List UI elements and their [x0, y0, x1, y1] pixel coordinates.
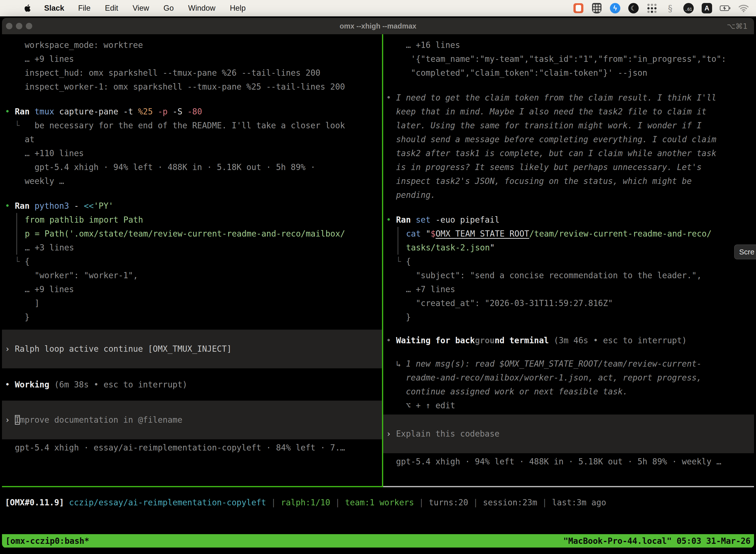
text-segment: later. Using the same for transition mig… — [386, 121, 702, 130]
terminal-pane-right[interactable]: … +16 lines '{"team_name":"my-team","tas… — [383, 34, 754, 486]
text-segment: └ — [386, 257, 406, 266]
text-segment: • — [5, 380, 15, 389]
text-segment: { — [24, 257, 29, 266]
terminal-line: gpt-5.4 xhigh · 94% left · 488K in · 5.1… — [5, 160, 382, 174]
menu-item-help[interactable]: Help — [230, 4, 246, 13]
terminal-line: "worker": "worker-1", — [5, 269, 382, 282]
text-segment: Ran — [15, 107, 35, 116]
text-segment: /team/review-current-readme-and-reco/ — [529, 229, 712, 238]
text-segment: gpt-5.4 xhigh · 94% left · 488K in · 5.1… — [5, 162, 315, 172]
text-segment: Working — [15, 380, 54, 389]
text-segment: gpt-5.4 xhigh · 94% left · 488K in · 5.1… — [386, 457, 721, 466]
text-segment: team:1 workers — [345, 498, 414, 507]
terminal-line: … +7 lines — [386, 282, 754, 296]
grid-shield-icon[interactable] — [591, 3, 602, 14]
text-segment: • — [386, 93, 396, 103]
terminal-line: tasks/task-2.json" — [397, 241, 754, 255]
text-segment: be necessary for the end of the README. … — [20, 121, 345, 130]
tmux-status-bar: [omx-cczip0:bash* "MacBook-Pro-44.local"… — [2, 534, 754, 548]
text-segment: python3 — [35, 201, 74, 211]
text-segment: nd terminal — [495, 336, 554, 345]
text-segment: -80 — [187, 107, 202, 116]
usage-status-left: gpt-5.4 xhigh · essay/ai-reimplementatio… — [5, 441, 382, 455]
text-segment: ralph:1/10 — [281, 498, 330, 507]
text-segment: " — [490, 243, 495, 253]
terminal-line: "completed","claim_token":"claim-token"}… — [386, 66, 754, 80]
input-source-icon[interactable]: A — [701, 3, 712, 14]
text-segment: %25 — [138, 107, 158, 116]
terminal-line: ] — [5, 296, 382, 310]
terminal-line: └ { — [5, 255, 382, 269]
text-segment: Ran — [15, 201, 35, 211]
text-segment: I need to get the claim token from the c… — [396, 93, 716, 103]
menu-item-view[interactable]: View — [132, 4, 149, 13]
titlebar[interactable]: omx --xhigh --madmax ⌥⌘1 — [2, 18, 754, 34]
text-segment: | — [537, 498, 552, 507]
text-segment: › — [5, 344, 15, 354]
pane-border-bottom-right — [383, 486, 754, 487]
text-segment: grou — [475, 336, 495, 345]
text-segment: … +9 lines — [5, 284, 74, 294]
dots-grid-icon[interactable] — [646, 3, 657, 14]
text-segment: ] — [5, 298, 40, 308]
text-segment: … +110 lines — [5, 149, 84, 158]
text-segment: • — [5, 107, 15, 116]
text-segment: << — [84, 201, 94, 211]
terminal-line: • Ran python3 - <<'PY' — [5, 199, 382, 213]
terminal-line: "created_at": "2026-03-31T11:59:27.816Z" — [386, 296, 754, 310]
text-segment: | — [266, 498, 281, 507]
menu-item-window[interactable]: Window — [188, 4, 215, 13]
terminal-line: readme-and-reco/mailbox/worker-1.json, a… — [386, 371, 754, 385]
text-segment: • — [386, 215, 396, 225]
text-segment: └ — [5, 257, 24, 266]
messenger-icon[interactable]: ϟ — [610, 3, 621, 14]
prompt-input-right[interactable]: › Explain this codebase — [383, 414, 754, 453]
text-segment: Waiting for back — [396, 336, 475, 345]
terminal-line: inspect_hud: omx sparkshell --tmux-pane … — [5, 66, 382, 80]
terminal-line — [5, 188, 382, 199]
menu-item-file[interactable]: File — [78, 4, 90, 13]
wifi-icon[interactable] — [738, 3, 749, 14]
prompt-input-left[interactable]: › Improve documentation in @filename — [2, 401, 382, 439]
text-segment: "subject": "send a concise recommendatio… — [386, 271, 702, 280]
tmux-host-clock-label: "MacBook-Pro-44.local" 05:03 31-Mar-26 — [563, 536, 751, 546]
crescent-icon[interactable]: ☾ — [628, 3, 639, 14]
desktop: Slack File Edit View Go Window Help ϟ ☾ … — [0, 0, 756, 554]
menu-item-edit[interactable]: Edit — [105, 4, 118, 13]
text-segment: ↳ — [386, 359, 406, 369]
inject-banner[interactable]: › Ralph loop active continue [OMX_TMUX_I… — [2, 330, 382, 368]
battery-icon[interactable] — [720, 3, 731, 14]
text-segment: ⌥ + ↑ edit — [386, 401, 455, 410]
text-segment: - — [74, 201, 84, 211]
terminal-line: … +9 lines — [5, 52, 382, 66]
text-segment: Ran — [396, 215, 416, 225]
terminal-pane-left[interactable]: workspace_mode: worktree … +9 lines insp… — [2, 34, 382, 486]
text-segment: '{"team_name":"my-team","task_id":"1","f… — [386, 54, 726, 64]
terminal-line — [5, 94, 382, 105]
app-menu-slack[interactable]: Slack — [44, 4, 64, 13]
apple-menu-icon[interactable] — [24, 4, 31, 12]
squiggle-icon[interactable]: § — [665, 3, 676, 14]
text-segment: } — [5, 312, 29, 322]
text-segment: mprove documentation in @filename — [20, 415, 183, 425]
text-segment: " — [426, 229, 431, 238]
terminal-line: … +9 lines — [5, 282, 382, 296]
menu-item-go[interactable]: Go — [164, 4, 174, 13]
terminal-line: continue assigned work or next feasible … — [386, 385, 754, 399]
screenshot-tooltip: Scre — [734, 244, 756, 259]
text-segment: Explain this codebase — [396, 429, 500, 439]
text-segment: 1 new msg(s): read $OMX_TEAM_STATE_ROOT/… — [406, 359, 701, 369]
terminal-line: keep that in mind. Maybe I also need the… — [386, 105, 754, 119]
screenshot-icon[interactable] — [573, 3, 584, 14]
terminal-line — [386, 324, 754, 334]
terminal-line — [386, 80, 754, 91]
terminal-line: … +110 lines — [5, 147, 382, 160]
text-segment: inspect task2's JSON, focusing on the st… — [386, 176, 692, 186]
terminal-line: • Ran tmux capture-pane -t %25 -p -S -80 — [5, 105, 382, 119]
text-segment: › — [386, 429, 396, 439]
badge-61-icon[interactable]: ..61 — [683, 3, 694, 14]
text-segment: └ — [5, 121, 20, 130]
text-segment: -t — [123, 107, 138, 116]
text-segment: "created_at": "2026-03-31T11:59:27.816Z" — [386, 298, 613, 308]
text-segment: … +9 lines — [5, 54, 74, 64]
